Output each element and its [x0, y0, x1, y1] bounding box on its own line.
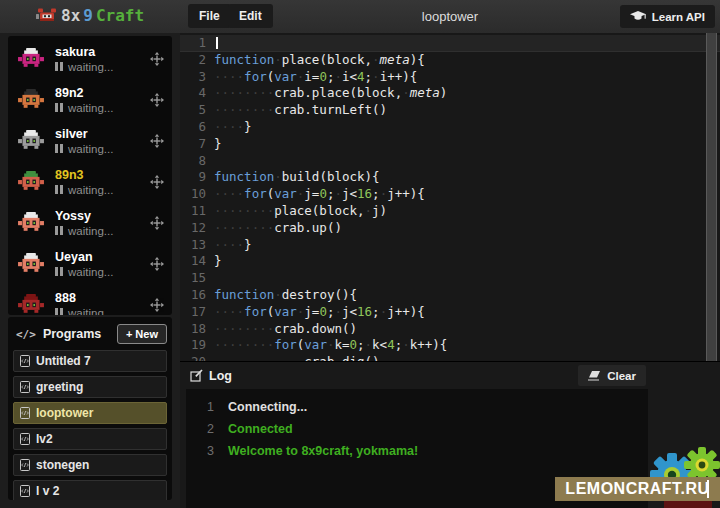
player-info: 89n3 waiting...: [55, 168, 150, 196]
code-line[interactable]: 9 function·build(block){: [180, 169, 720, 186]
program-file-icon: [20, 355, 30, 367]
watermark-text: LEMONCRAFT.RU: [565, 480, 709, 498]
pause-icon: [55, 267, 63, 276]
code-line[interactable]: 6 ····}: [180, 119, 720, 136]
code-line[interactable]: 17 ····for(var·j=0;·j<16;·j++){: [180, 304, 720, 321]
line-number: 2: [180, 52, 206, 69]
code-line[interactable]: 1: [180, 35, 720, 52]
player-status: waiting...: [55, 184, 150, 196]
player-status-text: waiting...: [68, 143, 113, 155]
logo-text-craft: Craft: [96, 6, 144, 25]
learn-api-label: Learn API: [652, 11, 705, 23]
player-list: sakura waiting... 89n2 waiting...: [8, 36, 172, 315]
player-info: 888 waiting...: [55, 291, 150, 316]
program-item[interactable]: greeting: [13, 376, 167, 398]
code-line[interactable]: 12 ········crab.up(): [180, 220, 720, 237]
programs-header: </> Programs + New: [13, 322, 167, 346]
line-number: 19: [180, 337, 206, 354]
editor-scrollbar[interactable]: [706, 33, 717, 361]
pause-icon: [55, 103, 63, 112]
move-player-icon[interactable]: [150, 175, 164, 189]
code-line[interactable]: 15: [180, 270, 720, 287]
logo-text-8x: 8x: [61, 6, 80, 25]
log-entry-text: Connecting...: [228, 396, 307, 418]
program-item-label: looptower: [36, 406, 93, 420]
program-item[interactable]: lv2: [13, 428, 167, 450]
player-row[interactable]: 89n3 waiting...: [8, 161, 172, 202]
move-player-icon[interactable]: [150, 257, 164, 271]
pause-icon: [55, 185, 63, 194]
log-entry-number: 1: [186, 396, 214, 418]
top-menu-bar: 8x9Craft looptower File Edit Learn API: [0, 0, 720, 33]
player-row[interactable]: 888 waiting...: [8, 284, 172, 315]
player-avatar: [16, 130, 46, 152]
code-brackets-icon: </>: [16, 328, 36, 341]
code-line[interactable]: 16 function·destroy(){: [180, 287, 720, 304]
program-file-icon: [20, 381, 30, 393]
player-row[interactable]: sakura waiting...: [8, 38, 172, 79]
program-item-label: stonegen: [36, 458, 89, 472]
player-name: 888: [55, 291, 150, 305]
program-list: Untitled 7 greeting looptower lv2 stoneg…: [13, 350, 167, 500]
code-line[interactable]: 19 ········for(var·k=0;·k<4;·k++){: [180, 337, 720, 354]
log-entry-text: Connected: [228, 418, 293, 440]
learn-api-button[interactable]: Learn API: [620, 5, 715, 28]
log-edit-icon: [190, 369, 203, 382]
new-program-button[interactable]: + New: [117, 324, 167, 344]
player-row[interactable]: Yossy waiting...: [8, 202, 172, 243]
line-number: 10: [180, 186, 206, 203]
player-status-text: waiting...: [68, 184, 113, 196]
line-number: 18: [180, 321, 206, 338]
edit-menu-button[interactable]: Edit: [228, 4, 273, 28]
programs-panel: </> Programs + New Untitled 7 greeting l…: [8, 317, 172, 500]
eraser-icon: [588, 371, 601, 381]
program-file-icon: [20, 433, 30, 445]
code-editor[interactable]: 1 2 function·place(block,·meta){ 3 ····f…: [180, 33, 720, 363]
program-item-label: Untitled 7: [36, 354, 91, 368]
graduation-cap-icon: [630, 11, 646, 22]
player-row[interactable]: silver waiting...: [8, 120, 172, 161]
player-status-text: waiting...: [68, 266, 113, 278]
app-logo: 8x9Craft: [36, 6, 144, 25]
code-line[interactable]: 4 ········crab.place(block,·meta): [180, 85, 720, 102]
sidebar: sakura waiting... 89n2 waiting...: [0, 33, 180, 508]
code-line[interactable]: 3 ····for(var·i=0;·i<4;·i++){: [180, 69, 720, 86]
program-item-label: greeting: [36, 380, 83, 394]
move-player-icon[interactable]: [150, 216, 164, 230]
code-line[interactable]: 10 ····for(var·j=0;·j<16;·j++){: [180, 186, 720, 203]
player-name: Yossy: [55, 209, 150, 223]
log-entry-number: 3: [186, 440, 214, 462]
player-row[interactable]: 89n2 waiting...: [8, 79, 172, 120]
watermark-tick: [707, 480, 709, 498]
code-line[interactable]: 8: [180, 153, 720, 170]
clear-log-button[interactable]: Clear: [578, 365, 646, 386]
program-item[interactable]: l v 2: [13, 480, 167, 500]
code-line[interactable]: 13 ····}: [180, 237, 720, 254]
program-item[interactable]: looptower: [13, 402, 167, 424]
file-menu-button[interactable]: File: [188, 4, 231, 28]
line-number: 7: [180, 136, 206, 153]
code-line[interactable]: 5 ········crab.turnLeft(): [180, 102, 720, 119]
move-player-icon[interactable]: [150, 93, 164, 107]
code-line[interactable]: 14 }: [180, 253, 720, 270]
code-line[interactable]: 2 function·place(block,·meta){: [180, 52, 720, 69]
player-avatar: [16, 253, 46, 275]
move-player-icon[interactable]: [150, 52, 164, 66]
player-row[interactable]: Ueyan waiting...: [8, 243, 172, 284]
code-line[interactable]: 18 ········crab.down(): [180, 321, 720, 338]
log-header: Log Clear: [180, 362, 720, 389]
pause-icon: [55, 62, 63, 71]
editor-scrollbar-thumb[interactable]: [707, 33, 716, 361]
code-line[interactable]: 11 ········place(block,·j): [180, 203, 720, 220]
program-item[interactable]: stonegen: [13, 454, 167, 476]
player-status: waiting...: [55, 61, 150, 73]
pause-icon: [55, 226, 63, 235]
program-item[interactable]: Untitled 7: [13, 350, 167, 372]
move-player-icon[interactable]: [150, 298, 164, 312]
code-line[interactable]: 7 }: [180, 136, 720, 153]
player-name: silver: [55, 127, 150, 141]
logo-text-9: 9: [83, 6, 93, 25]
line-number: 6: [180, 119, 206, 136]
move-player-icon[interactable]: [150, 134, 164, 148]
player-info: Yossy waiting...: [55, 209, 150, 237]
